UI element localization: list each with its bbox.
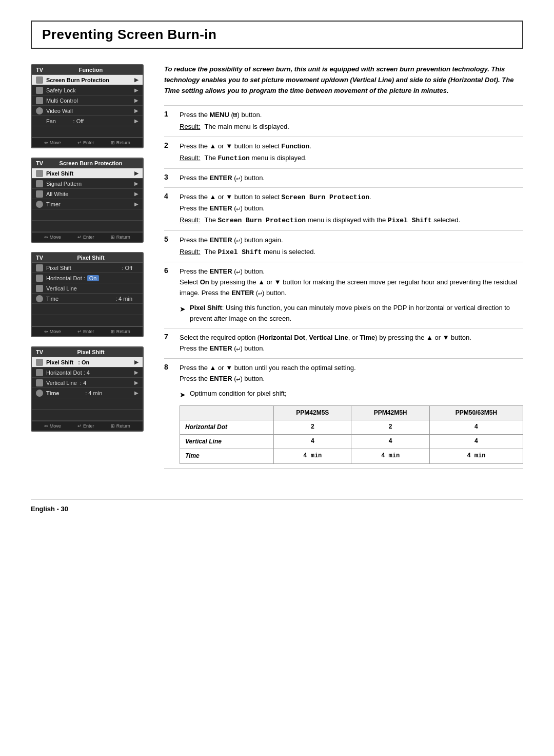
table-cell-label: Horizontal Dot — [180, 420, 274, 435]
result-line: Result: The Function menu is displayed. — [180, 153, 523, 164]
tv-title-2: Screen Burn Protection — [43, 160, 138, 166]
step-number: 3 — [164, 173, 174, 184]
step-number: 8 — [164, 363, 174, 464]
enter-keyword: ENTER — [210, 204, 232, 212]
enter-symbol: ↵ — [236, 344, 241, 352]
enter-keyword: ENTER — [231, 289, 254, 297]
display-icon — [36, 285, 43, 292]
tv-title-1: Function — [43, 67, 138, 73]
tv-icon — [35, 378, 44, 387]
tip-arrow-icon: ➤ — [180, 303, 186, 324]
picture-icon — [36, 76, 43, 84]
result-text: The Function menu is displayed. — [204, 153, 307, 164]
tv-menu-item: Signal Pattern ▶ — [32, 179, 143, 189]
table-cell-value: 4 — [429, 435, 523, 449]
on-keyword: On — [200, 278, 209, 286]
circle-icon — [36, 390, 43, 397]
tv-header-3: TV Pixel Shift — [32, 253, 143, 263]
table-row: Time 4 min 4 min 4 min — [180, 449, 523, 463]
table-cell-label: Vertical Line — [180, 435, 274, 449]
table-cell-value: 4 min — [429, 449, 523, 463]
enter-keyword: ENTER — [210, 375, 232, 382]
display-icon — [36, 97, 43, 104]
tv-menu-item: Multi Control ▶ — [32, 95, 143, 106]
result-label: Result: — [180, 153, 200, 164]
step-content: Press the ENTER (↵) button again. Result… — [180, 235, 523, 258]
enter-symbol: ↵ — [236, 236, 241, 244]
optimum-tip: Optimum condition for pixel shift; — [190, 389, 287, 400]
table-header-ppm5063m5h: PPM50/63M5H — [429, 405, 523, 420]
lock-icon — [36, 369, 43, 376]
tv-label-3: TV — [36, 255, 43, 261]
circle-icon — [36, 107, 43, 114]
step-6: 6 Press the ENTER (↵) button. Select On … — [164, 262, 523, 328]
tv-icon — [35, 106, 44, 115]
step-number: 2 — [164, 141, 174, 164]
result-label: Result: — [180, 247, 200, 258]
table-row: Horizontal Dot 2 2 4 — [180, 420, 523, 435]
tv-screen-2: TV Screen Burn Protection Pixel Shift ▶ … — [31, 158, 144, 243]
tv-icon — [35, 389, 44, 398]
picture-icon — [36, 170, 43, 177]
function-keyword: Function — [281, 142, 309, 150]
main-layout: TV Function Screen Burn Protection ▶ Saf… — [31, 64, 523, 469]
enter-symbol: ↵ — [236, 267, 241, 275]
tv-title-4: Pixel Shift — [43, 349, 138, 355]
vertical-line-keyword: Vertical Line — [309, 334, 348, 341]
tv-label-2: TV — [36, 160, 43, 166]
table-cell-value: 4 — [351, 435, 429, 449]
tv-icon — [35, 200, 44, 209]
page-footer: English - 30 — [31, 499, 523, 513]
screen-burn-keyword: Screen Burn Protection — [281, 193, 369, 201]
step-content: Press the ENTER (↵) button. — [180, 173, 523, 184]
tip-content: Pixel Shift: Using this function, you ca… — [190, 303, 523, 324]
result-line: Result: The Screen Burn Protection menu … — [180, 215, 523, 226]
time-keyword: Time — [360, 334, 375, 341]
step-content: Press the ▲ or ▼ button to select Functi… — [180, 141, 523, 164]
tv-title-3: Pixel Shift — [43, 255, 138, 261]
step-1: 1 Press the MENU (⊞) button. Result: The… — [164, 105, 523, 137]
tv-menu-item: Video Wall ▶ — [32, 106, 143, 116]
table-cell-value: 2 — [351, 420, 429, 435]
step-content: Select the required option (Horizontal D… — [180, 333, 523, 354]
table-cell-label: Time — [180, 449, 274, 463]
tv-menu-item: Pixel Shift : On ▶ — [32, 357, 143, 367]
tv-icon — [35, 96, 44, 105]
result-line: Result: The Pixel Shift menu is selected… — [180, 247, 523, 258]
step-8: 8 Press the ▲ or ▼ button until you reac… — [164, 358, 523, 469]
page-title-box: Preventing Screen Burn-in — [31, 21, 523, 49]
enter-symbol: ↵ — [236, 174, 241, 182]
tv-screen-3: TV Pixel Shift Pixel Shift : Off Horizon… — [31, 252, 144, 337]
enter-symbol: ↵ — [236, 375, 241, 382]
result-label: Result: — [180, 215, 200, 226]
tv-menu-item: Screen Burn Protection ▶ — [32, 75, 143, 85]
enter-keyword: ENTER — [210, 174, 232, 182]
tv-footer-2: ⇔ Move ↵ Enter ⊞ Return — [32, 232, 143, 242]
tv-menu-item: Horizontal Dot : 4 ▶ — [32, 367, 143, 378]
tv-icon — [35, 127, 44, 137]
result-line: Result: The main menu is displayed. — [180, 122, 523, 132]
tv-menu-item: Vertical Line — [32, 283, 143, 294]
table-cell-value: 4 min — [351, 449, 429, 463]
picture-icon — [36, 359, 43, 366]
step-number: 7 — [164, 333, 174, 354]
tv-footer-3: ⇔ Move ↵ Enter ⊞ Return — [32, 326, 143, 336]
tv-menu-item — [32, 126, 143, 138]
tv-label-1: TV — [36, 67, 43, 73]
table-cell-value: 2 — [274, 420, 351, 435]
tv-icon — [35, 368, 44, 377]
step-number: 6 — [164, 266, 174, 324]
display-icon — [36, 190, 43, 198]
tv-label-4: TV — [36, 349, 43, 355]
step-number: 5 — [164, 235, 174, 258]
table-header-ppm42m5h: PPM42M5H — [351, 405, 429, 420]
enter-keyword: ENTER — [210, 236, 232, 244]
page-title: Preventing Screen Burn-in — [42, 27, 512, 43]
step-content: Press the ENTER (↵) button. Select On by… — [180, 266, 523, 324]
tv-menu-item: Fan : Off ▶ — [32, 116, 143, 126]
tv-footer-1: ⇔ Move ↵ Enter ⊞ Return — [32, 138, 143, 147]
enter-keyword: ENTER — [210, 344, 232, 352]
table-cell-value: 4 — [274, 435, 351, 449]
picture-icon — [36, 264, 43, 272]
tv-menu-item: Timer ▶ — [32, 199, 143, 209]
